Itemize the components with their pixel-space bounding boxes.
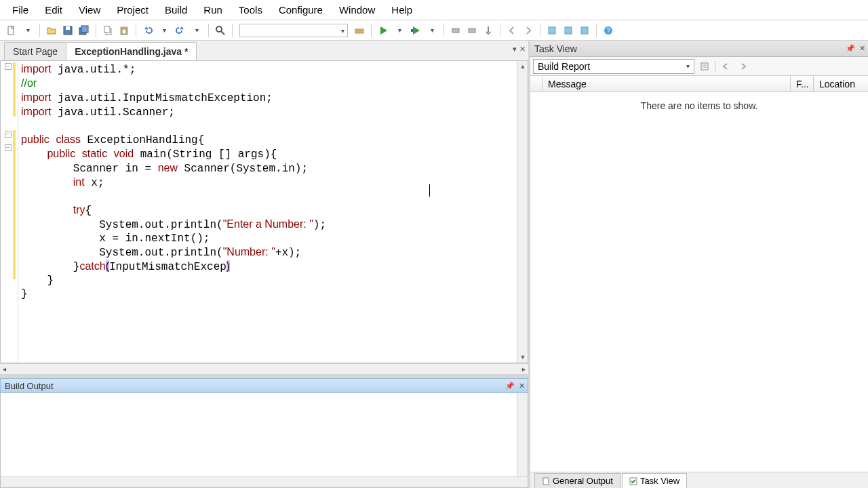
undo-dropdown[interactable]: [157, 23, 172, 38]
app-root: File Edit View Project Build Run Tools C…: [0, 0, 868, 488]
svg-rect-17: [565, 27, 572, 34]
task-view-title: Task View: [534, 43, 577, 54]
build-output-title: Build Output: [5, 381, 54, 391]
prev-task-button[interactable]: [718, 59, 733, 74]
run-button[interactable]: [376, 23, 391, 38]
build-output-body[interactable]: [0, 393, 528, 488]
task-view-pane: Task View 📌 ✕ Build Report▾ Message F...: [530, 41, 868, 488]
pin-icon[interactable]: 📌: [505, 382, 515, 390]
editor-gutter[interactable]: − − −: [1, 61, 18, 363]
separator: [443, 24, 444, 37]
tab-general-output[interactable]: General Output: [534, 473, 620, 488]
bookmark-prev-button[interactable]: [561, 23, 576, 38]
tab-list-dropdown[interactable]: ▾: [513, 45, 517, 54]
buildout-vertical-scrollbar[interactable]: [517, 393, 528, 476]
col-file[interactable]: F...: [791, 76, 814, 92]
main-area: Start Page ExceptionHandling.java * ▾ ✕ …: [0, 41, 868, 488]
redo-dropdown[interactable]: [189, 23, 204, 38]
toolbar: ?: [0, 20, 868, 41]
buildout-horizontal-scrollbar[interactable]: [1, 476, 528, 487]
copy-button[interactable]: [100, 23, 115, 38]
close-icon[interactable]: ✕: [859, 44, 865, 53]
nav-forward-button[interactable]: [521, 23, 536, 38]
pin-icon[interactable]: 📌: [846, 44, 855, 53]
run-dropdown[interactable]: [392, 23, 407, 38]
scroll-down-arrow[interactable]: ▼: [517, 352, 528, 363]
task-view-header: Task View 📌 ✕: [530, 41, 868, 57]
bookmark-button[interactable]: [545, 23, 559, 38]
editor-horizontal-scrollbar[interactable]: ◄ ►: [0, 363, 528, 374]
svg-point-10: [216, 26, 222, 32]
svg-rect-7: [104, 26, 110, 33]
task-view-body[interactable]: There are no items to show.: [530, 92, 868, 472]
separator: [96, 24, 96, 37]
separator: [596, 24, 597, 37]
document-icon: [542, 477, 550, 485]
svg-rect-15: [469, 28, 475, 33]
save-all-button[interactable]: [77, 23, 92, 38]
new-file-button[interactable]: [4, 23, 19, 38]
menu-file[interactable]: File: [4, 1, 37, 18]
separator: [232, 24, 233, 37]
fold-toggle[interactable]: −: [5, 131, 12, 138]
separator: [715, 60, 715, 73]
bookmark-next-button[interactable]: [577, 23, 592, 38]
menu-tools[interactable]: Tools: [231, 1, 271, 18]
checklist-icon: [629, 477, 637, 485]
separator: [39, 24, 40, 37]
left-pane: Start Page ExceptionHandling.java * ▾ ✕ …: [0, 41, 530, 488]
svg-rect-24: [543, 478, 549, 485]
options-button[interactable]: [697, 59, 712, 74]
tab-close-button[interactable]: ✕: [519, 45, 526, 54]
scroll-left-arrow[interactable]: ◄: [1, 366, 7, 373]
undo-button[interactable]: [140, 23, 155, 38]
menu-build[interactable]: Build: [157, 1, 195, 18]
new-file-dropdown[interactable]: [20, 23, 35, 38]
menu-run[interactable]: Run: [195, 1, 231, 18]
redo-button[interactable]: [173, 23, 188, 38]
text-caret: [429, 184, 430, 197]
close-icon[interactable]: ✕: [519, 382, 525, 390]
svg-rect-1: [12, 26, 14, 28]
task-view-toolbar: Build Report▾: [530, 57, 868, 76]
debug-run-button[interactable]: [408, 23, 423, 38]
open-button[interactable]: [44, 23, 59, 38]
find-button[interactable]: [213, 23, 228, 38]
menu-configure[interactable]: Configure: [271, 1, 331, 18]
fold-toggle[interactable]: −: [5, 63, 12, 70]
col-icon[interactable]: [530, 76, 542, 92]
paste-button[interactable]: [117, 23, 132, 38]
col-location[interactable]: Location: [814, 76, 868, 92]
target-dropdown[interactable]: [239, 24, 348, 37]
step-into-button[interactable]: [465, 23, 479, 38]
svg-text:?: ?: [606, 27, 610, 35]
change-marker: [13, 130, 16, 279]
menu-project[interactable]: Project: [108, 1, 157, 18]
nav-back-button[interactable]: [505, 23, 519, 38]
code-area[interactable]: import java.util.*; //or import java.uti…: [18, 61, 517, 363]
menu-help[interactable]: Help: [383, 1, 420, 18]
scroll-up-arrow[interactable]: ▲: [517, 61, 528, 72]
debug-run-dropdown[interactable]: [425, 23, 439, 38]
col-message[interactable]: Message: [542, 76, 791, 92]
fold-toggle[interactable]: −: [5, 144, 12, 151]
scroll-right-arrow[interactable]: ►: [521, 366, 527, 373]
save-button[interactable]: [60, 23, 75, 38]
editor-vertical-scrollbar[interactable]: ▲ ▼: [517, 61, 528, 363]
editor-tabs: Start Page ExceptionHandling.java * ▾ ✕: [0, 41, 528, 61]
menu-window[interactable]: Window: [331, 1, 383, 18]
tab-exceptionhandling[interactable]: ExceptionHandling.java *: [66, 42, 197, 60]
code-editor[interactable]: − − − import java.util.*; //or import ja…: [0, 61, 528, 363]
help-button[interactable]: ?: [601, 23, 616, 38]
tab-task-view[interactable]: Task View: [622, 473, 687, 488]
build-button[interactable]: [352, 23, 367, 38]
menu-edit[interactable]: Edit: [37, 1, 71, 18]
svg-rect-9: [122, 29, 126, 34]
menu-view[interactable]: View: [71, 1, 108, 18]
tab-start-page[interactable]: Start Page: [4, 42, 66, 60]
next-task-button[interactable]: [736, 59, 751, 74]
step-out-button[interactable]: [481, 23, 496, 38]
task-filter-dropdown[interactable]: Build Report▾: [533, 59, 694, 74]
step-over-button[interactable]: [448, 23, 463, 38]
task-view-columns: Message F... Location: [530, 76, 868, 92]
